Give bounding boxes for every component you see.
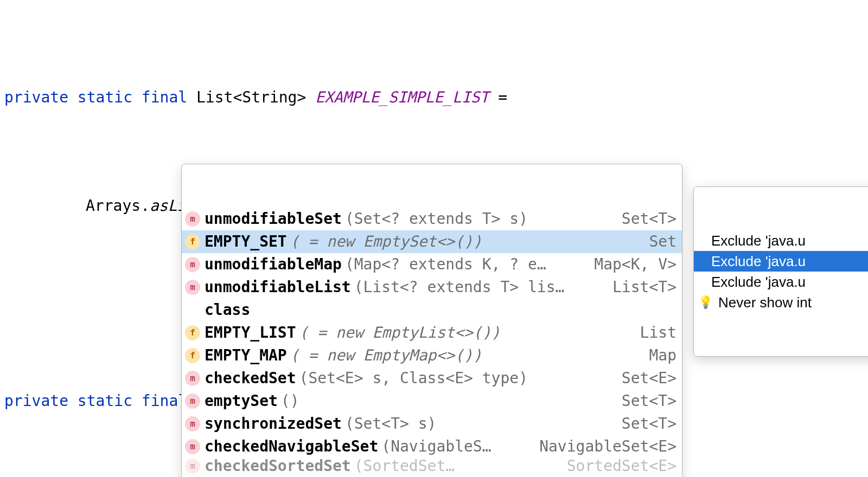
completion-return-type: List<T> bbox=[604, 276, 676, 298]
completion-name: checkedSet bbox=[205, 368, 296, 389]
completion-name: synchronizedSet bbox=[205, 413, 342, 435]
completion-name: EMPTY_SET bbox=[205, 231, 287, 253]
keyword: private static final bbox=[4, 88, 196, 106]
field-icon: f bbox=[185, 234, 200, 249]
method-icon: m bbox=[185, 371, 200, 386]
completion-return-type: SortedSet<E> bbox=[558, 458, 676, 474]
intention-item[interactable]: Exclude 'java.u bbox=[694, 230, 868, 251]
completion-return-type: Map bbox=[640, 345, 676, 366]
completion-name: checkedNavigableSet bbox=[205, 436, 378, 457]
completion-name: EMPTY_MAP bbox=[205, 345, 287, 366]
completion-item[interactable]: memptySet()Set<T> bbox=[182, 390, 682, 412]
intention-submenu[interactable]: Exclude 'java.uExclude 'java.uExclude 'j… bbox=[693, 186, 868, 357]
completion-name: EMPTY_LIST bbox=[205, 322, 296, 344]
completion-return-type: List bbox=[631, 322, 676, 344]
intention-item[interactable]: 💡Never show int bbox=[694, 292, 868, 313]
method-icon: m bbox=[185, 257, 200, 272]
completion-item[interactable]: fEMPTY_SET( = new EmptySet<>())Set bbox=[182, 230, 682, 253]
intention-label: Exclude 'java.u bbox=[711, 271, 806, 293]
completion-item[interactable]: msynchronizedSet(Set<T> s)Set<T> bbox=[182, 412, 682, 435]
method-icon: m bbox=[185, 211, 200, 227]
keyword: private static final bbox=[4, 392, 196, 410]
completion-name: unmodifiableMap bbox=[205, 254, 342, 275]
completion-signature: (List<? extends T> lis… bbox=[354, 276, 565, 298]
completion-name: class bbox=[205, 299, 250, 321]
completion-name: unmodifiableList bbox=[205, 276, 351, 298]
intention-label: Exclude 'java.u bbox=[711, 250, 806, 272]
completion-return-type: Map<K, V> bbox=[585, 254, 676, 275]
completion-signature: (Set<? extends T> s) bbox=[345, 208, 528, 230]
method-icon: m bbox=[185, 280, 200, 295]
text: = bbox=[489, 88, 507, 106]
completion-return-type: Set<T> bbox=[613, 413, 676, 435]
completion-item[interactable]: mcheckedSortedSet(SortedSet…SortedSet<E> bbox=[182, 458, 682, 474]
method-icon: m bbox=[185, 439, 200, 454]
method-icon: m bbox=[185, 416, 200, 431]
completion-return-type: Set bbox=[640, 231, 676, 253]
completion-item[interactable]: fEMPTY_LIST( = new EmptyList<>())List bbox=[182, 321, 682, 344]
completion-item[interactable]: fEMPTY_MAP( = new EmptyMap<>())Map bbox=[182, 344, 682, 367]
completion-return-type: Set<T> bbox=[613, 208, 676, 230]
code-completion-popup[interactable]: munmodifiableSet(Set<? extends T> s)Set<… bbox=[181, 164, 682, 477]
completion-item[interactable]: mcheckedNavigableSet(NavigableS…Navigabl… bbox=[182, 435, 682, 458]
code-editor[interactable]: private static final List<String> EXAMPL… bbox=[0, 0, 868, 477]
completion-signature: (Set<T> s) bbox=[345, 413, 437, 435]
completion-signature: () bbox=[281, 390, 299, 412]
method-icon: m bbox=[185, 394, 200, 409]
type: List<String> bbox=[196, 88, 315, 106]
completion-return-type: Set<T> bbox=[613, 390, 676, 412]
completion-signature: (Set<E> s, Class<E> type) bbox=[299, 368, 528, 389]
completion-item[interactable]: munmodifiableMap(Map<? extends K, ? e…Ma… bbox=[182, 253, 682, 276]
field-icon: f bbox=[185, 348, 200, 363]
completion-name: emptySet bbox=[205, 390, 278, 412]
completion-item[interactable]: mcheckedSet(Set<E> s, Class<E> type)Set<… bbox=[182, 367, 682, 390]
completion-signature: ( = new EmptyMap<>()) bbox=[290, 345, 482, 366]
completion-return-type: NavigableSet<E> bbox=[531, 436, 676, 457]
text: Arrays. bbox=[86, 197, 150, 215]
code-line: private static final List<String> EXAMPL… bbox=[4, 87, 868, 108]
completion-item[interactable]: munmodifiableSet(Set<? extends T> s)Set<… bbox=[182, 208, 682, 230]
completion-signature: ( = new EmptyList<>()) bbox=[299, 322, 501, 344]
completion-signature: (SortedSet… bbox=[354, 458, 455, 474]
field-icon: f bbox=[185, 325, 200, 340]
bulb-icon: 💡 bbox=[698, 292, 713, 313]
completion-signature: (NavigableS… bbox=[381, 436, 491, 457]
constant-name: EXAMPLE_SIMPLE_LIST bbox=[315, 88, 489, 106]
intention-label: Exclude 'java.u bbox=[711, 230, 806, 252]
method-icon: m bbox=[185, 459, 200, 474]
completion-signature: ( = new EmptySet<>()) bbox=[290, 231, 482, 253]
completion-return-type: Set<E> bbox=[613, 368, 676, 389]
intention-label: Never show int bbox=[718, 292, 812, 313]
completion-item[interactable]: class bbox=[182, 299, 682, 321]
completion-item[interactable]: munmodifiableList(List<? extends T> lis…… bbox=[182, 276, 682, 299]
intention-item[interactable]: Exclude 'java.u bbox=[694, 251, 868, 272]
completion-signature: (Map<? extends K, ? e… bbox=[345, 254, 546, 275]
intention-item[interactable]: Exclude 'java.u bbox=[694, 272, 868, 292]
completion-name: checkedSortedSet bbox=[205, 458, 351, 474]
completion-name: unmodifiableSet bbox=[205, 208, 342, 230]
